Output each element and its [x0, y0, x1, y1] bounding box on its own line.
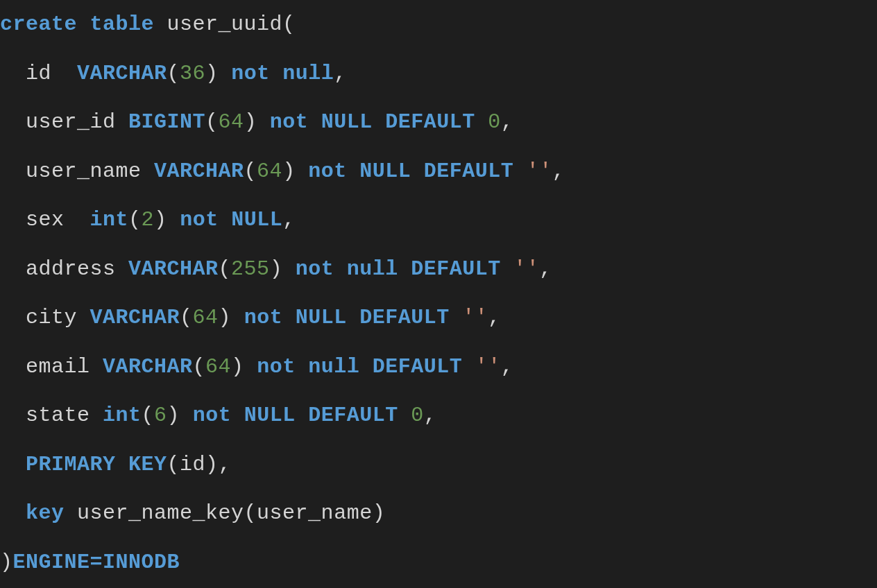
size: 64 [193, 306, 219, 329]
type: VARCHAR [90, 306, 180, 329]
size: 64 [257, 159, 282, 183]
type: VARCHAR [77, 62, 167, 85]
default-value: '' [475, 355, 501, 379]
column-name: state [26, 404, 90, 427]
keyword-default: DEFAULT [411, 257, 501, 281]
keyword-default: DEFAULT [385, 110, 475, 134]
keyword-default: DEFAULT [424, 159, 514, 183]
code-line: sex int(2) not NULL, [0, 208, 296, 232]
code-line: user_id BIGINT(64) not NULL DEFAULT 0, [0, 110, 513, 134]
keyword-null: null [282, 62, 334, 85]
column-name: sex [26, 208, 65, 232]
keyword-null: null [347, 257, 398, 281]
default-value: 0 [411, 404, 424, 427]
open-paren: ( [282, 12, 296, 36]
code-line: PRIMARY KEY(id), [0, 453, 231, 476]
pk-column: id [180, 453, 205, 476]
keyword-null: NULL [296, 306, 347, 329]
keyword-null: NULL [231, 208, 282, 232]
code-line: user_name VARCHAR(64) not NULL DEFAULT '… [0, 159, 565, 183]
code-line: create table user_uuid( [0, 12, 296, 36]
size: 64 [219, 110, 244, 134]
code-line: )ENGINE=INNODB [0, 551, 180, 574]
type: BIGINT [128, 110, 205, 134]
type: VARCHAR [128, 257, 219, 281]
column-name: address [26, 257, 116, 281]
keyword-not: not [180, 208, 219, 232]
default-value: 0 [488, 110, 501, 134]
keyword-null: null [308, 355, 359, 379]
type: VARCHAR [154, 159, 244, 183]
size: 36 [180, 62, 205, 85]
column-name: city [26, 306, 77, 329]
keyword-not: not [296, 257, 334, 281]
keyword-not: not [231, 62, 270, 85]
keyword-not: not [308, 159, 347, 183]
keyword-key: key [26, 501, 65, 525]
engine-clause: ENGINE=INNODB [13, 551, 180, 574]
keyword-primary: PRIMARY [26, 453, 116, 476]
keyword-not: not [193, 404, 232, 427]
code-line: city VARCHAR(64) not NULL DEFAULT '', [0, 306, 501, 329]
code-line: id VARCHAR(36) not null, [0, 62, 347, 85]
close-paren: ) [0, 551, 13, 574]
index-column: user_name [257, 501, 373, 525]
keyword-create: create [0, 12, 77, 36]
keyword-not: not [244, 306, 283, 329]
size: 6 [154, 404, 167, 427]
type: VARCHAR [103, 355, 193, 379]
default-value: '' [513, 257, 539, 281]
keyword-default: DEFAULT [359, 306, 450, 329]
keyword-key: KEY [128, 453, 167, 476]
keyword-table: table [90, 12, 155, 36]
keyword-null: NULL [321, 110, 373, 134]
keyword-null: NULL [359, 159, 411, 183]
size: 64 [205, 355, 231, 379]
column-name: user_name [26, 159, 142, 183]
size: 255 [231, 257, 270, 281]
size: 2 [142, 208, 155, 232]
column-name: user_id [26, 110, 116, 134]
keyword-not: not [270, 110, 309, 134]
column-name: email [26, 355, 90, 379]
column-name: id [26, 62, 51, 85]
keyword-default: DEFAULT [373, 355, 463, 379]
table-name: user_uuid [167, 12, 283, 36]
keyword-null: NULL [244, 404, 296, 427]
index-name: user_name_key [77, 501, 244, 525]
type: int [90, 208, 129, 232]
keyword-not: not [257, 355, 296, 379]
type: int [103, 404, 142, 427]
default-value: '' [527, 159, 552, 183]
default-value: '' [462, 306, 488, 329]
sql-code-block: create table user_uuid( id VARCHAR(36) n… [0, 0, 877, 587]
keyword-default: DEFAULT [308, 404, 398, 427]
code-line: state int(6) not NULL DEFAULT 0, [0, 404, 436, 427]
code-line: email VARCHAR(64) not null DEFAULT '', [0, 355, 513, 379]
code-line: address VARCHAR(255) not null DEFAULT ''… [0, 257, 552, 281]
code-line: key user_name_key(user_name) [0, 501, 385, 525]
